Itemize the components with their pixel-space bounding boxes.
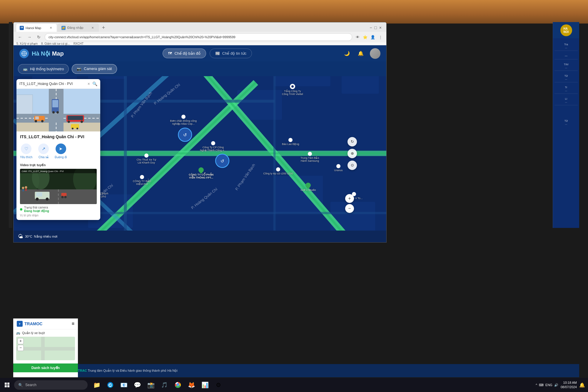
search-clear-btn[interactable]: × — [88, 81, 90, 86]
right-nav-item-7[interactable]: Từ... — [554, 118, 578, 127]
taskbar-app-excel[interactable]: 📊 — [199, 379, 211, 391]
news-mode-button[interactable]: 📰 Chế độ tin tức — [210, 49, 252, 58]
tramoc-content: 🚌 Quản lý xe buýt + − — [13, 329, 78, 362]
notifications-button[interactable]: 🔔 — [356, 49, 365, 58]
weather-icon: 🌤 — [18, 233, 23, 240]
right-nav-item-6[interactable]: LI... — [554, 96, 578, 105]
nav-forward[interactable]: → — [26, 34, 33, 41]
map-side-btn-2[interactable]: ⊕ — [348, 149, 357, 158]
taskbar-app-music[interactable]: 🎵 — [158, 379, 171, 391]
tray-lang[interactable]: ENG — [545, 383, 552, 387]
bus-nav-icon: 🚌 — [16, 331, 20, 335]
right-panel-header: HANOI — [553, 22, 579, 38]
taskbar-app-chat[interactable]: 💬 — [131, 379, 143, 391]
camera-status-value: Đang hoạt động — [24, 209, 49, 213]
taskbar-app-chrome[interactable] — [172, 379, 184, 391]
bookmark-label-1: 5. Xử lý vi phạm — [16, 42, 38, 45]
location-note: Vị trí phi nhận — [20, 214, 97, 217]
bookmark-1[interactable]: 5. Xử lý vi phạm — [16, 42, 38, 45]
action-favorite[interactable]: ♡ Yêu thích — [20, 144, 32, 159]
tramoc-nav-label: Quản lý xe buýt — [22, 331, 45, 335]
taskbar-app-settings[interactable]: ⚙ — [212, 379, 225, 391]
taskbar-app-email[interactable]: 📧 — [118, 379, 130, 391]
action-share[interactable]: ↗ Chia sẻ — [38, 144, 49, 159]
bookmark-label-3: RXCHT — [74, 42, 83, 45]
start-button[interactable] — [0, 378, 14, 392]
map-side-btn-3[interactable]: ⊙ — [348, 161, 357, 170]
window-close[interactable]: × — [379, 25, 382, 30]
svg-rect-56 — [68, 116, 83, 120]
logo-ha-noi: Hà Nội — [32, 50, 50, 57]
tab-login[interactable]: 🔐 Đăng nhập ✕ — [58, 24, 99, 32]
zoom-out[interactable]: − — [345, 204, 354, 213]
system-tray: ^ ⌨ ENG 🔊 — [536, 383, 558, 387]
video-preview[interactable]: CAM: ITS_LLGT_Hoang Quan Chi - PVI — [20, 169, 97, 204]
nav-back[interactable]: ← — [16, 34, 24, 41]
window-minimize[interactable]: − — [370, 25, 372, 30]
right-nav-item-3[interactable]: TIM... — [554, 61, 578, 71]
taskbar-app-photos[interactable]: 📸 — [145, 379, 157, 391]
toolbar-read-mode[interactable]: 👁 — [355, 34, 360, 40]
map-view[interactable]: ↺ ↺ P. Phạm Văn Bạch P. Hoàng Quân Chí P… — [14, 76, 386, 231]
user-avatar[interactable] — [370, 48, 380, 59]
tramoc-menu-icon[interactable]: ≡ — [72, 321, 74, 326]
tray-notification-icon[interactable]: 🔔 — [579, 382, 585, 388]
toolbar-more[interactable]: ⋮ — [377, 34, 383, 40]
tray-chevron[interactable]: ^ — [536, 383, 537, 387]
share-label: Chia sẻ — [39, 156, 49, 159]
taskbar-app-firefox[interactable]: 🦊 — [185, 379, 198, 391]
address-bar[interactable] — [45, 33, 352, 41]
tab-favicon-2: 🔐 — [61, 26, 66, 30]
tramoc-nav-item[interactable]: 🚌 Quản lý xe buýt — [16, 331, 75, 335]
nav-refresh[interactable]: ↻ — [35, 34, 42, 41]
bookmark-2[interactable]: 8. Giám sát sơ cố gi... — [41, 42, 70, 45]
svg-rect-38 — [16, 95, 33, 117]
tab-close-1[interactable]: ✕ — [49, 26, 53, 30]
night-mode-button[interactable]: 🌙 — [342, 49, 352, 58]
zoom-in[interactable]: + — [345, 194, 354, 203]
camera-button[interactable]: 📷 Camera giám sát — [72, 64, 117, 74]
right-nav-item-4[interactable]: Từ... — [554, 73, 578, 82]
map-mode-button[interactable]: 🗺 Chế độ bản đồ — [163, 49, 206, 58]
search-input[interactable] — [19, 82, 85, 86]
map-side-btn-1[interactable]: ↻ — [348, 137, 357, 146]
svg-point-80 — [22, 187, 24, 189]
news-mode-icon: 📰 — [215, 51, 220, 56]
toolbar-account[interactable]: 👤 — [370, 34, 376, 40]
tab-close-2[interactable]: ✕ — [90, 26, 95, 30]
bottom-info-bar: VI EN TP Hà Nội iTRAC Trung tâm Quản lý … — [13, 364, 579, 377]
action-directions[interactable]: ➤ Đường đi — [55, 144, 67, 159]
svg-point-57 — [68, 121, 70, 123]
window-restore[interactable]: □ — [374, 25, 377, 30]
tramoc-list-button[interactable]: Danh sách tuyến — [13, 363, 78, 372]
new-tab-button[interactable]: + — [99, 24, 108, 32]
bookmark-3[interactable]: RXCHT — [74, 42, 83, 45]
right-nav-item-5[interactable]: Tr... — [554, 84, 578, 94]
tray-keyboard: ⌨ — [539, 383, 544, 387]
toolbar-favorites[interactable]: ⭐ — [362, 34, 368, 40]
browser-toolbar: ← → ↻ 👁 ⭐ 👤 ⋮ — [14, 32, 386, 42]
bookmarks-bar: 5. Xử lý vi phạm 8. Giám sát sơ cố gi...… — [14, 42, 386, 45]
header-center: 🗺 Chế độ bản đồ 📰 Chế độ tin tức — [73, 49, 342, 58]
tramoc-logo-icon: T — [17, 321, 23, 327]
taskbar-app-edge[interactable] — [104, 379, 116, 391]
svg-rect-90 — [41, 337, 45, 360]
marker-cty-thanh-cong: Công Ty CP CôngNghệ Thành Công A... — [200, 141, 226, 152]
tramoc-logo: T TRAMOC — [17, 321, 42, 327]
logo-map: Map — [52, 50, 64, 57]
taskbar-search[interactable]: 🔍 Search — [14, 380, 88, 390]
bus-metro-button[interactable]: 🚌 Hệ thống buýt/metro — [18, 64, 69, 74]
right-nav-item-1[interactable]: Tra... — [554, 41, 578, 51]
search-panel: × 🔍 — [16, 79, 100, 220]
taskbar-apps: 📁 📧 💬 📸 🎵 🦊 📊 — [91, 379, 225, 391]
browser-chrome: 🗺 Hanoi Map ✕ 🔐 Đăng nhập ✕ + − □ × ← → … — [14, 22, 386, 45]
tray-volume[interactable]: 🔊 — [554, 383, 558, 387]
search-submit-btn[interactable]: 🔍 — [92, 81, 97, 86]
ticker-text: Trung tâm Quản lý và Điều hành giao thôn… — [88, 369, 178, 372]
taskbar-app-files[interactable]: 📁 — [91, 379, 103, 391]
right-nav-item-2[interactable]: — — [554, 53, 578, 59]
system-clock[interactable]: 10:18 AM 08/07/2024 — [561, 381, 577, 390]
marker-bao-hiem-pvi-label: CÔNG TY BẢOHIỂM PVI — [133, 180, 151, 186]
tab-hanoi-map[interactable]: 🗺 Hanoi Map ✕ — [16, 24, 57, 32]
map-mode-label: Chế độ bản đồ — [174, 51, 200, 56]
